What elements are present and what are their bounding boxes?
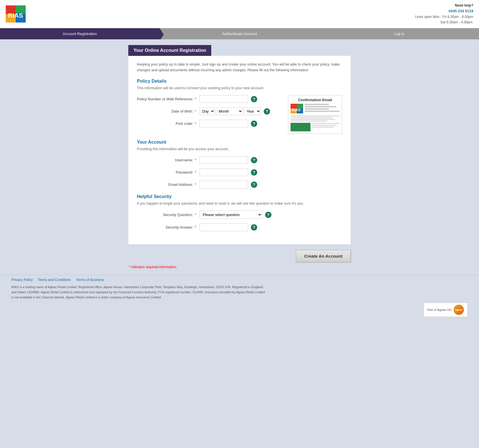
- step-authenticate-account[interactable]: Authenticate Account: [160, 28, 319, 39]
- confirmation-email-title: Confirmation Email: [291, 98, 340, 102]
- step-log-in[interactable]: Log In: [319, 28, 479, 39]
- need-help-label: Need help?: [415, 3, 473, 8]
- security-answer-row: Security Answer: * ?: [137, 223, 342, 231]
- footer: Privacy Policy Terms and Conditions Term…: [0, 275, 479, 320]
- main-content: Your Online Account Registration Keeping…: [128, 45, 351, 269]
- dob-row: Date of Birth: * Day12345678910111213141…: [137, 107, 282, 115]
- create-account-button[interactable]: Create An Account: [296, 250, 351, 262]
- email-input[interactable]: [200, 181, 248, 188]
- postcode-label: Post code: *: [137, 121, 200, 126]
- svg-rect-5: [17, 7, 23, 12]
- email-row: Email Address: * ?: [137, 181, 342, 188]
- dob-month-select[interactable]: MonthJanuaryFebruaryMarchAprilMayJuneJul…: [216, 107, 243, 115]
- email-label: Email Address: *: [137, 182, 200, 187]
- policy-number-help-icon[interactable]: ?: [251, 96, 257, 102]
- rias-logo: RIAS: [6, 5, 26, 23]
- username-row: Username: * ?: [137, 156, 342, 164]
- policy-number-input[interactable]: [200, 95, 248, 103]
- policy-number-row: Policy Number or Web Reference: * ?: [137, 95, 282, 103]
- footer-links: Privacy Policy Terms and Conditions Term…: [11, 278, 468, 282]
- dob-label: Date of Birth: *: [137, 109, 200, 113]
- security-answer-label: Security Answer: *: [137, 225, 200, 229]
- security-question-label: Security Question: *: [137, 213, 200, 217]
- hours-line1: Lines open Mon - Fri 8.30am - 8.00pm: [415, 14, 473, 20]
- form-container: Keeping your policy up to date is simple…: [128, 56, 351, 244]
- footer-link-terms-conditions[interactable]: Terms and Conditions: [38, 278, 71, 282]
- svg-text:RIAS: RIAS: [8, 12, 23, 19]
- required-note-text: indicates required information.: [131, 265, 177, 269]
- security-section-subtitle: If you happen to forget your password, a…: [137, 201, 342, 205]
- progress-nav: Account Registration Authenticate Accoun…: [0, 28, 479, 39]
- email-mock-body: [291, 115, 340, 131]
- postcode-input[interactable]: [200, 120, 248, 127]
- email-rias-logo: RIAS: [291, 104, 303, 113]
- security-section-title: Helpful Security: [137, 194, 342, 199]
- password-row: Password: * ?: [137, 168, 342, 176]
- ageas-logo-text: ageas: [455, 308, 462, 311]
- svg-text:RIAS: RIAS: [292, 108, 301, 112]
- security-question-row: Security Question: * Please select quest…: [137, 211, 342, 219]
- dob-group: Day1234567891011121314151617181920212223…: [200, 107, 261, 115]
- hours-line2: Sat 8.30am - 4.00pm.: [415, 20, 473, 25]
- confirmation-email-preview: Confirmation Email RIAS: [288, 95, 342, 134]
- step-label-1: Account Registration: [63, 32, 97, 36]
- dob-help-icon[interactable]: ?: [264, 108, 270, 115]
- security-answer-help-icon[interactable]: ?: [251, 224, 257, 231]
- logo-container: RIAS: [6, 5, 26, 23]
- account-section-subtitle: Providing this information will let you …: [137, 147, 342, 151]
- email-mock-text: [305, 104, 340, 114]
- ageas-badge: Part of Ageas UK ageas: [424, 303, 468, 317]
- step-label-2: Authenticate Account: [222, 32, 257, 36]
- security-question-select[interactable]: Please select question What is your moth…: [200, 211, 262, 219]
- step-account-registration[interactable]: Account Registration: [0, 28, 160, 39]
- page-title: Your Online Account Registration: [133, 48, 206, 53]
- username-help-icon[interactable]: ?: [251, 157, 257, 163]
- ageas-label: Part of Ageas UK: [427, 308, 451, 311]
- password-input[interactable]: [200, 168, 248, 176]
- page-title-bar: Your Online Account Registration: [128, 45, 211, 56]
- email-help-icon[interactable]: ?: [251, 182, 257, 188]
- username-input[interactable]: [200, 156, 248, 164]
- help-info: Need help? 0345 234 0119 Lines open Mon …: [415, 3, 473, 25]
- username-label: Username: *: [137, 158, 200, 162]
- password-label: Password: *: [137, 170, 200, 174]
- page-header: RIAS Need help? 0345 234 0119 Lines open…: [0, 0, 479, 28]
- required-note: * indicates required information.: [128, 265, 351, 269]
- dob-day-select[interactable]: Day1234567891011121314151617181920212223…: [200, 107, 215, 115]
- footer-link-terms-business[interactable]: Terms of Business: [76, 278, 104, 282]
- policy-section-subtitle: This information will be used to connect…: [137, 86, 342, 90]
- footer-link-privacy[interactable]: Privacy Policy: [11, 278, 33, 282]
- policy-number-label: Policy Number or Web Reference: *: [137, 97, 200, 101]
- required-star: *: [195, 97, 196, 101]
- btn-area: Create An Account: [128, 250, 351, 262]
- policy-section-title: Policy Details: [137, 79, 342, 84]
- phone-number: 0345 234 0119: [415, 8, 473, 14]
- footer-bottom: Part of Ageas UK ageas: [11, 303, 468, 317]
- account-section-title: Your Account: [137, 140, 342, 145]
- intro-text: Keeping your policy up to date is simple…: [137, 62, 342, 73]
- ageas-logo: ageas: [454, 305, 464, 315]
- postcode-row: Post code: * ?: [137, 120, 282, 127]
- dob-year-select[interactable]: Year200019991998199719961995199419931992…: [244, 107, 261, 115]
- step-label-3: Log In: [394, 32, 404, 36]
- email-mock: RIAS: [291, 104, 340, 114]
- footer-text: RIAS is a trading name of Ageas Retail L…: [11, 285, 268, 300]
- password-help-icon[interactable]: ?: [251, 169, 257, 176]
- security-question-help-icon[interactable]: ?: [265, 212, 271, 218]
- security-answer-input[interactable]: [200, 223, 248, 231]
- email-mock-logo-area: RIAS: [291, 104, 303, 114]
- postcode-help-icon[interactable]: ?: [251, 121, 257, 127]
